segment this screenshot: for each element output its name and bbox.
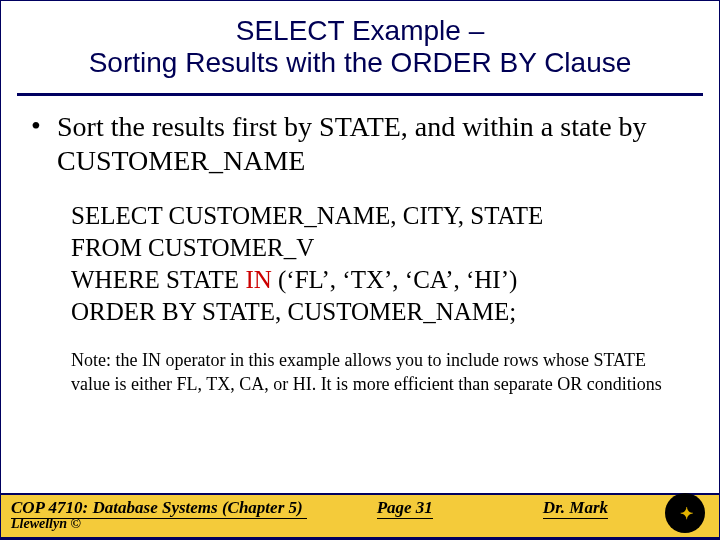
sql-line-4: ORDER BY STATE, CUSTOMER_NAME; <box>71 296 689 328</box>
footer-author: Dr. Mark <box>543 498 608 519</box>
title-line-2: Sorting Results with the ORDER BY Clause <box>31 47 689 79</box>
bullet-text: Sort the results first by STATE, and wit… <box>57 110 689 178</box>
sql-line-3-suffix: (‘FL’, ‘TX’, ‘CA’, ‘HI’) <box>272 266 518 293</box>
footer-logo: ✦ <box>665 493 705 533</box>
sql-line-2-text: FROM CUSTOMER_V <box>71 234 314 261</box>
sql-code-block: SELECT CUSTOMER_NAME, CITY, STATE FROM C… <box>71 200 689 328</box>
footer-page: Page 31 <box>377 498 433 519</box>
sql-line-1: SELECT CUSTOMER_NAME, CITY, STATE <box>71 200 689 232</box>
bullet-dot-icon: • <box>31 110 57 142</box>
footer-inner: COP 4710: Database Systems (Chapter 5) P… <box>1 495 719 519</box>
note-text: Note: the IN operator in this example al… <box>71 348 681 396</box>
title-block: SELECT Example – Sorting Results with th… <box>1 1 719 85</box>
sql-line-4-text: ORDER BY STATE, CUSTOMER_NAME; <box>71 298 516 325</box>
ucf-logo-text: ✦ <box>680 504 691 523</box>
sql-line-2: FROM CUSTOMER_V <box>71 232 689 264</box>
sql-line-3: WHERE STATE IN (‘FL’, ‘TX’, ‘CA’, ‘HI’) <box>71 264 689 296</box>
sql-line-3-prefix: WHERE STATE <box>71 266 245 293</box>
slide-body: • Sort the results first by STATE, and w… <box>1 96 719 396</box>
ucf-logo-icon: ✦ <box>665 493 705 533</box>
title-line-1: SELECT Example – <box>31 15 689 47</box>
sql-line-1-text: SELECT CUSTOMER_NAME, CITY, STATE <box>71 202 543 229</box>
bullet-row: • Sort the results first by STATE, and w… <box>31 110 689 178</box>
sql-keyword-in: IN <box>245 266 271 293</box>
footer-bar: COP 4710: Database Systems (Chapter 5) P… <box>1 493 719 539</box>
slide: SELECT Example – Sorting Results with th… <box>0 0 720 540</box>
